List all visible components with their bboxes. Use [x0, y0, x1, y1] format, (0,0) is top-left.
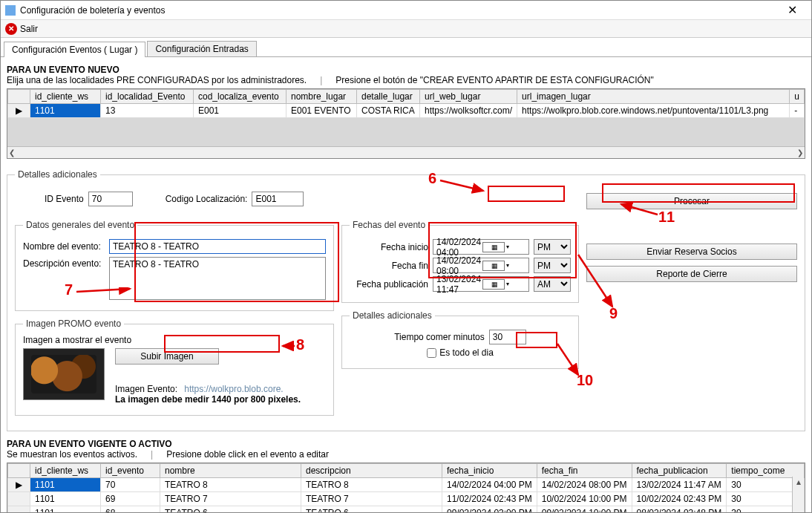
cell-url-web[interactable]: https://wolksoftcr.com/ [420, 104, 517, 118]
reporte-cierre-button[interactable]: Reporte de Cierre [586, 266, 797, 282]
cell-id-cliente[interactable]: 1101 [30, 104, 101, 118]
chevron-down-icon[interactable]: ▾ [505, 281, 527, 287]
descripcion-evento-input[interactable]: TEATRO 8 - TEATRO [109, 257, 326, 300]
procesar-button[interactable]: Procesar [586, 193, 797, 209]
calendar-icon[interactable]: ▦ [482, 261, 505, 271]
cell-extra[interactable]: - [790, 104, 805, 118]
col-extra[interactable]: u [790, 90, 805, 104]
exit-icon: ✕ [5, 23, 17, 35]
v-scrollbar[interactable]: ▴▾ [792, 477, 804, 513]
col-fecha-pub[interactable]: fecha_publicacion [632, 464, 727, 478]
col-cod-localiza[interactable]: cod_localiza_evento [194, 90, 287, 104]
tiempo-comer-label: Tiempo comer minutos [394, 332, 485, 342]
localidades-grid[interactable]: id_cliente_ws id_localidad_Evento cod_lo… [7, 88, 805, 159]
fecha-fin-label: Fecha fin [392, 261, 428, 271]
new-event-hint2: Presione el botón de "CREAR EVENTO APART… [335, 75, 653, 85]
close-button[interactable]: ✕ [777, 3, 807, 17]
fecha-inicio-label: Fecha inicio [381, 242, 428, 252]
window-title: Configuración de boletería y eventos [20, 5, 777, 16]
col-id-localidad[interactable]: id_localidad_Evento [101, 90, 194, 104]
table-row[interactable]: 110169TEATRO 7TEATRO 711/02/2024 02:43 P… [8, 492, 805, 506]
detalles-legend: Detalles adicionales [15, 169, 100, 180]
cell-nombre-lugar[interactable]: E001 EVENTO [287, 104, 357, 118]
table-row[interactable]: 110168TEATRO 6TEATRO 609/02/2024 03:00 P… [8, 506, 805, 514]
fecha-fin-ampm[interactable]: PM [534, 258, 571, 273]
fecha-inicio-ampm[interactable]: PM [534, 239, 571, 255]
col-nombre-lugar[interactable]: nombre_lugar [287, 90, 357, 104]
fecha-fin-input[interactable]: 14/02/2024 08:00▦▾ [433, 258, 529, 273]
extra-legend: Detalles adicionales [350, 310, 435, 321]
cell-cod-localiza[interactable]: E001 [194, 104, 287, 118]
fecha-pub-input[interactable]: 13/02/2024 11:47▦▾ [433, 276, 529, 292]
col-detalle-lugar[interactable]: detalle_lugar [357, 90, 420, 104]
chevron-down-icon[interactable]: ▾ [505, 262, 527, 269]
exit-button[interactable]: Salir [20, 24, 38, 34]
active-events-hint1: Se muestran los eventos activos. [7, 449, 137, 460]
fecha-inicio-input[interactable]: 14/02/2024 04:00▦▾ [433, 239, 529, 255]
table-row[interactable]: ▶110170TEATRO 8TEATRO 814/02/2024 04:00 … [8, 478, 805, 492]
tiempo-comer-input[interactable] [489, 330, 526, 344]
codigo-loc-input[interactable] [252, 192, 304, 206]
col-url-web[interactable]: url_web_lugar [420, 90, 517, 104]
promo-legend: Imagen PROMO evento [23, 318, 124, 329]
col-nombre[interactable]: nombre [160, 464, 301, 478]
fechas-legend: Fechas del evento [350, 220, 428, 230]
todo-dia-checkbox[interactable] [427, 348, 436, 358]
id-evento-input[interactable] [88, 192, 133, 206]
promo-note: La imagen debe medir 1440 por 800 pixele… [115, 394, 301, 405]
promo-image [23, 348, 105, 400]
imagen-evento-label: Imagen Evento: [115, 384, 177, 394]
new-event-hint1: Elija una de las localidades PRE CONFIGU… [7, 75, 307, 85]
cell-detalle-lugar[interactable]: COSTA RICA [357, 104, 420, 118]
tab-config-entradas[interactable]: Configuración Entradas [147, 41, 256, 56]
cell-url-imagen[interactable]: https://wolkpro.blob.core.windows.net/pu… [517, 104, 790, 118]
active-events-hint2: Presione doble click en el evento a edit… [166, 449, 329, 460]
col-id-cliente-ws[interactable]: id_cliente_ws [30, 90, 101, 104]
table-row[interactable]: ▶ 1101 13 E001 E001 EVENTO COSTA RICA ht… [8, 104, 805, 118]
nombre-evento-label: Nombre del evento: [23, 241, 105, 252]
new-event-heading: PARA UN EVENTO NUEVO [7, 65, 805, 75]
h-scrollbar[interactable]: ❮❯ [7, 146, 805, 158]
calendar-icon[interactable]: ▦ [482, 242, 505, 252]
imagen-evento-url: https://wolkpro.blob.core. [184, 384, 283, 394]
app-icon [5, 5, 16, 16]
chevron-down-icon[interactable]: ▾ [505, 244, 527, 250]
active-events-heading: PARA UN EVENTO VIGENTE O ACTIVO [7, 439, 805, 449]
generales-legend: Datos generales del evento [23, 220, 137, 230]
subir-imagen-button[interactable]: Subir Imagen [115, 348, 219, 365]
fecha-pub-ampm[interactable]: AM [534, 276, 571, 292]
eventos-grid[interactable]: ▴▾ id_cliente_ws id_evento nombre descri… [7, 463, 805, 513]
tab-config-lugar[interactable]: Configuración Eventos ( Lugar ) [4, 42, 145, 57]
enviar-reserva-button[interactable]: Enviar Reserva Socios [586, 244, 797, 260]
id-evento-label: ID Evento [45, 194, 84, 204]
nombre-evento-input[interactable] [109, 239, 326, 254]
col-id-evento[interactable]: id_evento [101, 464, 160, 478]
fecha-pub-label: Fecha publicación [356, 279, 428, 290]
col-id-cliente-ws[interactable]: id_cliente_ws [30, 464, 101, 478]
cell-id-localidad[interactable]: 13 [101, 104, 194, 118]
descripcion-evento-label: Descripción evento: [23, 257, 105, 269]
todo-dia-label: Es todo el dia [439, 347, 494, 358]
col-fecha-inicio[interactable]: fecha_inicio [442, 464, 537, 478]
promo-mostrar-label: Imagen a mostrar el evento [23, 335, 326, 345]
col-tiempo-comer[interactable]: tiempo_come [727, 464, 805, 478]
col-url-imagen[interactable]: url_imagen_lugar [517, 90, 790, 104]
separator: | [320, 75, 322, 85]
calendar-icon[interactable]: ▦ [482, 279, 505, 290]
col-descripcion[interactable]: descripcion [301, 464, 442, 478]
col-fecha-fin[interactable]: fecha_fin [537, 464, 632, 478]
codigo-loc-label: Codigo Localización: [166, 194, 248, 204]
